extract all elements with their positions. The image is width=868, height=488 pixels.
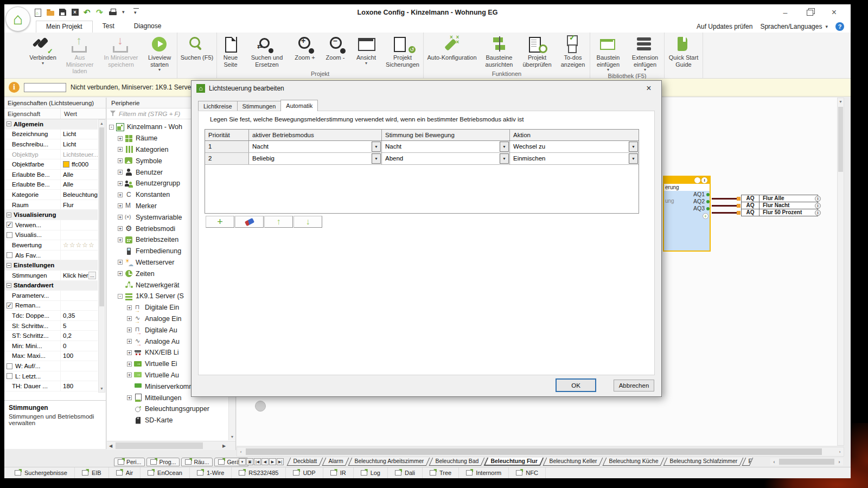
status-item-suchergebnisse[interactable]: Suchergebnisse: [8, 467, 75, 478]
status-item-dali[interactable]: Dali: [388, 467, 423, 478]
page-tab[interactable]: Beleuchtung Küche: [602, 458, 664, 466]
page-tab-active[interactable]: Beleuchtung Flur: [484, 458, 544, 466]
page-tab[interactable]: Alarm: [322, 458, 349, 466]
expander[interactable]: +: [118, 170, 123, 175]
dropdown-icon[interactable]: [629, 142, 638, 152]
prev-page-icon[interactable]: ◀: [261, 458, 269, 465]
status-item-rs232[interactable]: RS232/485: [232, 467, 286, 478]
infobar-input[interactable]: [24, 83, 66, 92]
property-row-checkbox[interactable]: Verwen...: [4, 220, 98, 230]
scroll-down-icon[interactable]: ▼: [229, 433, 235, 440]
tree-item[interactable]: SD-Karte: [107, 415, 228, 426]
status-item-nfc[interactable]: NFC: [509, 467, 546, 478]
status-item-air[interactable]: Air: [109, 467, 141, 478]
projekt-ueberpruefen-button[interactable]: Projekt überprüfen: [518, 34, 556, 70]
add-row-button[interactable]: [206, 216, 234, 228]
scroll-up-icon[interactable]: ▲: [99, 120, 105, 127]
expander[interactable]: +: [127, 339, 132, 344]
tab-stimmungen[interactable]: Stimmungen: [237, 101, 282, 111]
dropdown-icon[interactable]: [629, 153, 638, 164]
verbinden-button[interactable]: Verbinden ▾: [26, 34, 60, 75]
checkbox-checked[interactable]: [7, 303, 12, 309]
expander[interactable]: +: [127, 350, 132, 355]
cancel-button[interactable]: Abbrechen: [614, 380, 654, 391]
last-page-icon[interactable]: ▶|: [277, 458, 284, 465]
scroll-left-icon[interactable]: ◀: [107, 441, 114, 450]
scroll-right-icon[interactable]: ›: [835, 459, 843, 465]
help-icon[interactable]: ?: [835, 22, 844, 31]
property-section[interactable]: Standardwert: [4, 281, 98, 291]
expander[interactable]: -: [109, 125, 114, 130]
property-row[interactable]: SI: Schrittw...5: [4, 321, 98, 331]
open-folder-icon[interactable]: [46, 8, 55, 17]
page-tab[interactable]: Beleuchtung Bad: [429, 458, 485, 466]
page-list-icon[interactable]: ▣: [246, 458, 253, 465]
collapse-icon[interactable]: [7, 263, 11, 268]
maximize-button[interactable]: [797, 4, 822, 21]
tree-item[interactable]: Beleuchtungsgrupper: [107, 403, 228, 415]
checkbox-unchecked[interactable]: [7, 232, 12, 238]
property-row[interactable]: BezeichnungLicht: [4, 130, 98, 140]
aktion-select[interactable]: Einmischen: [510, 153, 639, 164]
baustein-einfuegen-button[interactable]: Baustein einfügen ▾: [590, 34, 626, 72]
expander[interactable]: +: [127, 305, 132, 310]
expander[interactable]: +: [118, 181, 123, 186]
move-up-button[interactable]: [264, 216, 293, 228]
page-tab-scrollbar[interactable]: ‹ ›: [770, 458, 843, 465]
first-page-icon[interactable]: |◀: [254, 458, 261, 465]
canvas-hscrollbar[interactable]: ‹ ›: [237, 447, 844, 457]
canvas-vscrollbar[interactable]: ▼: [837, 98, 844, 446]
auto-konfiguration-button[interactable]: Auto-Konfiguration: [424, 34, 480, 70]
scroll-thumb[interactable]: [99, 127, 104, 306]
aktion-select[interactable]: Wechsel zu: [510, 141, 639, 152]
property-row-checkbox[interactable]: Reman...: [4, 301, 98, 311]
property-row-rating[interactable]: Bewertung☆☆☆☆☆: [4, 240, 98, 251]
move-down-button[interactable]: [293, 216, 322, 228]
property-row[interactable]: Erlaubte Be...Alle: [4, 180, 98, 190]
property-row[interactable]: StimmungenKlick hier...: [4, 271, 98, 281]
languages-caret-icon[interactable]: ▾: [825, 24, 828, 29]
status-item-internorm[interactable]: Internorm: [459, 467, 509, 478]
status-item-tree[interactable]: Tree: [423, 467, 459, 478]
expander[interactable]: +: [118, 192, 123, 197]
page-tab[interactable]: Beleuchtung Arbeitszimmer: [348, 458, 430, 466]
checkbox-unchecked[interactable]: [7, 363, 12, 369]
expander[interactable]: +: [118, 158, 123, 163]
suchen-button[interactable]: Suchen (F5): [177, 34, 216, 70]
output-port[interactable]: AQ3: [664, 205, 710, 212]
extension-einfuegen-button[interactable]: Extension einfügen ▾: [626, 34, 664, 72]
scroll-thumb[interactable]: [246, 448, 822, 455]
expander[interactable]: +: [127, 362, 132, 367]
output-block[interactable]: AQ Flur Alle i: [741, 195, 818, 202]
info-icon[interactable]: i: [815, 210, 821, 216]
status-item-enocean[interactable]: EnOcean: [141, 467, 190, 478]
zoom-out-button[interactable]: Zoom -: [320, 34, 350, 70]
property-row-checkbox[interactable]: L: Letzt...: [4, 371, 98, 382]
redo-icon[interactable]: [96, 8, 105, 17]
tab-mein-projekt[interactable]: Mein Projekt: [36, 21, 93, 33]
collapse-icon[interactable]: [7, 213, 11, 217]
status-item-eib[interactable]: EIB: [75, 467, 109, 478]
zoom-in-button[interactable]: Zoom +: [290, 34, 320, 70]
property-row[interactable]: Parameterv...: [4, 291, 98, 301]
property-row[interactable]: Erlaubte Be...Alle: [4, 170, 98, 180]
betriebsmodus-select[interactable]: Beliebig: [249, 153, 382, 164]
new-file-icon[interactable]: [34, 8, 42, 17]
collapse-icon[interactable]: [7, 283, 11, 288]
page-tab[interactable]: Beleuchtung Keller: [543, 458, 603, 466]
expander[interactable]: -: [118, 294, 123, 299]
page-menu-icon[interactable]: ▾: [239, 458, 246, 465]
home-menu-button[interactable]: [5, 7, 30, 31]
tree-hscrollbar[interactable]: ◀ ▶: [107, 441, 235, 450]
status-item-1wire[interactable]: 1-Wire: [190, 467, 232, 478]
save-close-icon[interactable]: [71, 8, 80, 17]
page-tab[interactable]: E: [742, 458, 754, 466]
stimmung-select[interactable]: Abend: [382, 153, 510, 164]
expander[interactable]: +: [127, 373, 132, 377]
tab-lichtkreise[interactable]: Lichtkreise: [198, 101, 238, 111]
property-row[interactable]: Tdc: Doppe...0,35: [4, 311, 98, 321]
liveview-starten-button[interactable]: Liveview starten ▾: [142, 34, 177, 75]
output-block[interactable]: AQ Flur 50 Prozent i: [741, 209, 818, 216]
property-row-color[interactable]: Objektfarbeffc000: [4, 159, 98, 170]
todos-anzeigen-button[interactable]: To-dos anzeigen: [556, 34, 590, 70]
